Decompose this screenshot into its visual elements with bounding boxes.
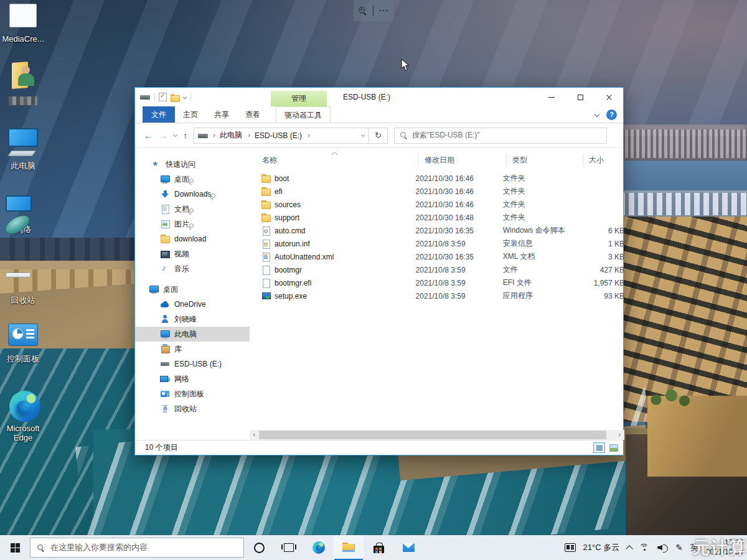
edge-taskbar-button[interactable] [304, 535, 334, 560]
file-row[interactable]: sources 2021/10/30 16:46 文件夹 [250, 198, 624, 211]
nav-item[interactable]: ESD-USB (E:) [135, 357, 250, 371]
nav-item[interactable]: 桌面 [135, 172, 250, 187]
title-bar[interactable]: 管理 ESD-USB (E:) [135, 88, 623, 106]
nav-item-icon [160, 264, 170, 274]
file-date: 2021/10/8 3:59 [416, 292, 503, 301]
breadcrumb-drive[interactable]: ESD-USB (E:) [253, 131, 303, 140]
address-dropdown-icon[interactable] [361, 133, 365, 137]
nav-item[interactable]: Downloads [135, 187, 250, 202]
ribbon-tab[interactable]: 驱动器工具 [276, 106, 331, 123]
file-name: boot [275, 174, 289, 183]
volume-icon[interactable] [657, 544, 668, 552]
show-hidden-icons-chevron[interactable] [626, 545, 633, 552]
news-widget-icon[interactable] [565, 543, 576, 552]
file-row[interactable]: efi 2021/10/30 16:46 文件夹 [250, 185, 624, 198]
quick-access-items: 桌面 Downloads 文档 图片 [135, 172, 250, 276]
desktop-icon[interactable]: 网络 [0, 190, 46, 234]
nav-item[interactable]: 图片 [135, 217, 250, 231]
file-row[interactable]: support 2021/10/30 16:48 文件夹 [250, 211, 624, 224]
file-row[interactable]: auto.cmd 2021/10/30 16:35 Windows 命令脚本 6… [250, 224, 624, 237]
desktop-icon[interactable]: Microsoft Edge [0, 391, 46, 442]
nav-item[interactable]: 库 [135, 342, 250, 357]
file-date: 2021/10/30 16:46 [416, 200, 503, 209]
column-header-type[interactable]: 类型 [512, 155, 527, 166]
pin-icon [186, 207, 196, 217]
file-row[interactable]: bootmgr.efi 2021/10/8 3:59 EFI 文件 1,957 … [250, 276, 624, 289]
ribbon-tab[interactable]: 主页 [175, 106, 206, 123]
up-button[interactable]: ↑ [183, 131, 187, 141]
desktop-icon-glyph [6, 261, 40, 294]
zoom-in-icon[interactable] [358, 6, 367, 16]
details-view-button[interactable] [593, 442, 605, 453]
ribbon-tab[interactable]: 文件 [143, 106, 175, 123]
desktop-icon[interactable]: 回收站 [0, 261, 46, 305]
maximize-button[interactable] [566, 88, 594, 106]
file-type: XML 文档 [503, 251, 578, 262]
file-row[interactable]: boot 2021/10/30 16:46 文件夹 [250, 172, 624, 185]
nav-item[interactable]: 此电脑 [135, 327, 250, 342]
pen-icon[interactable]: ✎ [675, 543, 683, 552]
nav-item[interactable]: 控制面板 [135, 386, 250, 401]
nav-item[interactable]: 网络 [135, 371, 250, 386]
nav-item[interactable]: 文档 [135, 202, 250, 217]
ribbon-tab[interactable]: 查看 [237, 106, 268, 123]
help-button[interactable]: ? [606, 110, 617, 120]
nav-item[interactable]: 音乐 [135, 261, 250, 276]
nav-section-desktop[interactable]: 桌面 [135, 282, 250, 297]
qat-customize-icon[interactable] [183, 95, 187, 100]
column-header-size[interactable]: 大小 [589, 155, 604, 166]
nav-item-icon [160, 314, 170, 324]
start-button[interactable] [0, 535, 30, 560]
explorer-search-box[interactable]: 搜索"ESD-USB (E:)" [394, 128, 607, 144]
desktop-icon[interactable]: 控制面板 [0, 320, 46, 363]
store-taskbar-button[interactable] [364, 535, 393, 560]
search-icon [37, 544, 45, 552]
recent-locations-icon[interactable] [173, 133, 177, 137]
cortana-button[interactable] [244, 535, 274, 560]
scroll-left-icon[interactable]: ‹ [250, 430, 259, 440]
file-row[interactable]: bootmgr 2021/10/8 3:59 文件 427 KB [250, 263, 624, 276]
desktop-icon[interactable] [0, 62, 46, 105]
file-date: 2021/10/30 16:46 [416, 187, 503, 196]
manage-contextual-tab[interactable]: 管理 [271, 91, 327, 106]
weather-text[interactable]: 21°C 多云 [583, 542, 620, 553]
file-row[interactable]: autorun.inf 2021/10/8 3:59 安装信息 1 KB [250, 237, 624, 250]
close-button[interactable] [594, 88, 623, 106]
new-folder-icon[interactable] [171, 94, 179, 101]
nav-item-label: 此电脑 [174, 329, 197, 340]
file-explorer-icon [342, 543, 355, 553]
file-explorer-taskbar-button[interactable] [334, 535, 364, 560]
scrollbar-thumb[interactable] [259, 431, 606, 439]
file-row[interactable]: AutoUnattend.xml 2021/10/30 16:35 XML 文档… [250, 250, 624, 263]
breadcrumb[interactable]: 此电脑 ESD-USB (E:) [194, 128, 369, 144]
file-name: auto.cmd [275, 226, 305, 235]
nav-section-quick-access[interactable]: 快速访问 [135, 157, 250, 172]
taskbar-search-box[interactable]: 在这里输入你要搜索的内容 [30, 538, 244, 558]
minimize-button[interactable] [537, 88, 566, 106]
refresh-button[interactable]: ↻ [369, 128, 388, 144]
column-header-name[interactable]: 名称 [262, 155, 277, 166]
large-icons-view-button[interactable] [608, 442, 619, 453]
nav-item[interactable]: OneDrive [135, 297, 250, 312]
nav-item[interactable]: 刘晓峰 [135, 312, 250, 327]
file-name: bootmgr [275, 266, 302, 274]
horizontal-scrollbar[interactable]: ‹ › [250, 430, 624, 440]
wifi-icon[interactable] [639, 544, 650, 552]
forward-button[interactable]: → [159, 131, 167, 141]
scroll-right-icon[interactable]: › [615, 430, 624, 440]
nav-item[interactable]: 视频 [135, 246, 250, 261]
nav-item[interactable]: download [135, 231, 250, 246]
task-view-button[interactable] [274, 535, 304, 560]
ribbon-expand-icon[interactable] [594, 112, 599, 117]
properties-icon[interactable] [159, 93, 167, 101]
desktop-icon[interactable]: MediaCre... [0, 0, 46, 44]
back-button[interactable]: ← [144, 131, 153, 141]
ribbon-tab[interactable]: 共享 [206, 106, 237, 123]
file-row[interactable]: setup.exe 2021/10/8 3:59 应用程序 93 KB [250, 289, 624, 302]
desktop-icon[interactable]: 此电脑 [0, 127, 46, 170]
more-options-icon[interactable]: ··· [379, 7, 389, 14]
nav-item[interactable]: 回收站 [135, 401, 250, 416]
mail-taskbar-button[interactable] [393, 535, 423, 560]
breadcrumb-this-pc[interactable]: 此电脑 [218, 130, 243, 141]
column-header-date[interactable]: 修改日期 [425, 155, 454, 166]
